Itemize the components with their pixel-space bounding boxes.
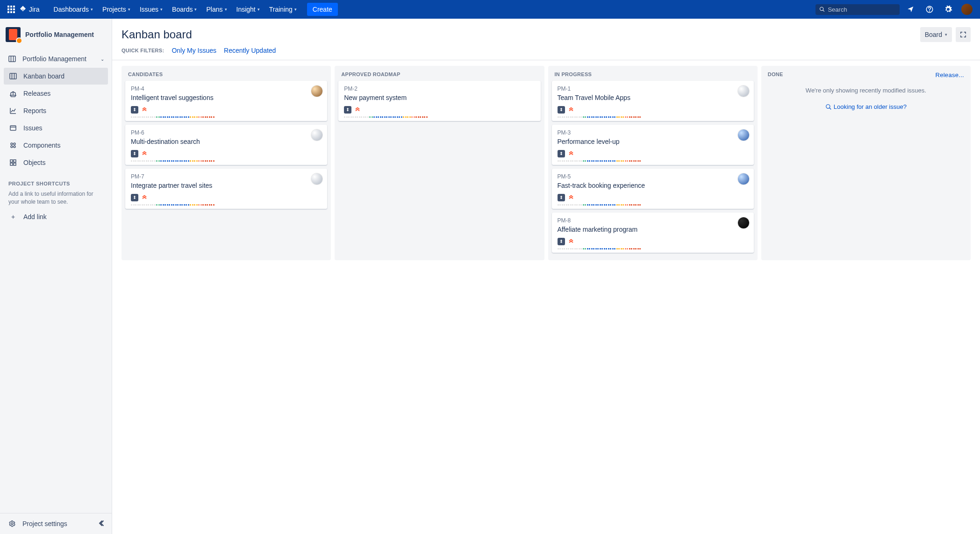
search-input[interactable] xyxy=(828,6,896,13)
quick-filter-recently-updated[interactable]: Recently Updated xyxy=(224,47,276,54)
chart-icon xyxy=(8,106,18,115)
sidebar-item-issues[interactable]: Issues xyxy=(4,120,108,136)
chevron-down-icon: ▾ xyxy=(258,7,260,12)
svg-rect-25 xyxy=(10,160,13,162)
gear-icon xyxy=(7,519,17,528)
column-approved-roadmap: APPROVED ROADMAP PM-2 New payment system xyxy=(335,66,544,260)
card-title: Performance level-up xyxy=(558,138,748,145)
issue-type-epic-icon xyxy=(558,238,565,245)
svg-point-21 xyxy=(11,143,13,145)
jira-logo[interactable]: Jira xyxy=(19,5,40,14)
sidebar-item-components[interactable]: Components xyxy=(4,137,108,154)
sidebar-item-label: Releases xyxy=(23,90,50,97)
board-dropdown-button[interactable]: Board ▾ xyxy=(920,27,952,42)
nav-item-label: Insight xyxy=(236,6,256,13)
feedback-icon[interactable] xyxy=(903,2,918,17)
svg-rect-8 xyxy=(13,11,15,13)
release-link[interactable]: Release... xyxy=(935,71,964,78)
sidebar-item-label: Objects xyxy=(23,159,45,166)
sidebar-item-label: Reports xyxy=(23,107,46,114)
create-button[interactable]: Create xyxy=(307,3,338,16)
chevron-down-icon: ▾ xyxy=(225,7,227,12)
component-icon xyxy=(8,141,18,150)
older-issue-link[interactable]: Looking for an older issue? xyxy=(825,103,907,110)
svg-rect-4 xyxy=(10,8,12,10)
svg-rect-27 xyxy=(10,163,13,165)
nav-item-plans[interactable]: Plans▾ xyxy=(201,0,231,19)
svg-rect-6 xyxy=(7,11,9,13)
app-switcher-icon[interactable] xyxy=(6,4,17,15)
kanban-card[interactable]: PM-3 Performance level-up xyxy=(552,125,754,165)
nav-item-training[interactable]: Training▾ xyxy=(265,0,301,19)
nav-item-boards[interactable]: Boards▾ xyxy=(167,0,201,19)
kanban-card[interactable]: PM-5 Fast-track booking experience xyxy=(552,169,754,209)
sidebar-breadcrumb[interactable]: Portfolio Management ⌄ xyxy=(4,50,108,67)
card-title: Team Travel Mobile Apps xyxy=(558,94,748,101)
svg-line-10 xyxy=(823,10,824,12)
chevron-down-icon: ▾ xyxy=(194,7,197,12)
svg-point-22 xyxy=(14,143,15,145)
nav-item-dashboards[interactable]: Dashboards▾ xyxy=(49,0,98,19)
sidebar-item-releases[interactable]: Releases xyxy=(4,85,108,102)
sidebar-item-kanban-board[interactable]: Kanban board xyxy=(4,68,108,85)
svg-rect-13 xyxy=(9,56,15,62)
column-title: DONE xyxy=(768,71,783,78)
breadcrumb-label: Portfolio Management xyxy=(22,55,86,63)
ship-icon xyxy=(8,89,18,98)
kanban-card[interactable]: PM-1 Team Travel Mobile Apps xyxy=(552,81,754,121)
sidebar-footer: Project settings xyxy=(0,513,112,534)
fullscreen-button[interactable] xyxy=(956,27,971,42)
sidebar-item-objects[interactable]: Objects xyxy=(4,154,108,171)
card-key: PM-1 xyxy=(558,85,748,92)
project-settings-link[interactable]: Project settings xyxy=(0,513,93,534)
column-candidates: CANDIDATES PM-4 Intelligent travel sugge… xyxy=(122,66,331,260)
add-link-button[interactable]: + Add link xyxy=(4,208,108,225)
nav-item-insight[interactable]: Insight▾ xyxy=(232,0,265,19)
sidebar-item-reports[interactable]: Reports xyxy=(4,102,108,119)
avatar-icon xyxy=(961,4,973,15)
kanban-card[interactable]: PM-7 Integrate partner travel sites xyxy=(125,169,327,209)
chevron-down-icon: ▾ xyxy=(945,32,947,37)
settings-icon[interactable] xyxy=(941,2,956,17)
kanban-card[interactable]: PM-8 Affeliate marketing program xyxy=(552,213,754,253)
kanban-card[interactable]: PM-2 New payment system xyxy=(338,81,540,121)
plus-icon: + xyxy=(8,212,18,221)
assignee-avatar[interactable] xyxy=(738,217,749,228)
nav-item-label: Training xyxy=(269,6,293,13)
chevron-down-icon: ▾ xyxy=(294,7,297,12)
progress-bar xyxy=(558,160,748,162)
search-icon xyxy=(825,104,832,110)
quick-filter-only-my-issues[interactable]: Only My Issues xyxy=(172,47,216,54)
profile-avatar[interactable] xyxy=(959,2,974,17)
svg-point-9 xyxy=(820,7,823,10)
sidebar-item-label: Issues xyxy=(23,124,42,132)
svg-point-12 xyxy=(930,11,930,11)
assignee-avatar[interactable] xyxy=(738,129,749,141)
help-icon[interactable] xyxy=(922,2,937,17)
search-container[interactable] xyxy=(815,4,900,15)
kanban-card[interactable]: PM-4 Intelligent travel suggestions xyxy=(125,81,327,121)
nav-item-issues[interactable]: Issues▾ xyxy=(135,0,167,19)
nav-item-label: Dashboards xyxy=(54,6,89,13)
project-name: Portfolio Management xyxy=(25,31,94,38)
chevron-down-icon: ▾ xyxy=(128,7,130,12)
top-nav: Jira Dashboards▾Projects▾Issues▾Boards▾P… xyxy=(0,0,980,19)
project-header[interactable]: Portfolio Management xyxy=(0,27,112,49)
collapse-sidebar-icon[interactable] xyxy=(93,514,112,534)
project-settings-label: Project settings xyxy=(22,520,67,527)
svg-rect-19 xyxy=(10,126,16,130)
svg-rect-5 xyxy=(13,8,15,10)
nav-item-projects[interactable]: Projects▾ xyxy=(98,0,135,19)
kanban-card[interactable]: PM-6 Multi-destination search xyxy=(125,125,327,165)
sidebar-item-label: Components xyxy=(23,142,60,149)
assignee-avatar[interactable] xyxy=(738,173,749,185)
quick-filters: QUICK FILTERS: Only My IssuesRecently Up… xyxy=(112,47,980,60)
assignee-avatar[interactable] xyxy=(738,85,749,97)
issue-type-epic-icon xyxy=(558,194,565,201)
progress-bar xyxy=(131,204,322,206)
card-key: PM-7 xyxy=(131,173,322,180)
main: Kanban board Board ▾ QUICK FILTERS: Only… xyxy=(112,19,980,534)
svg-rect-16 xyxy=(10,73,16,79)
chevron-down-icon: ▾ xyxy=(91,7,93,12)
card-title: Fast-track booking experience xyxy=(558,182,748,189)
